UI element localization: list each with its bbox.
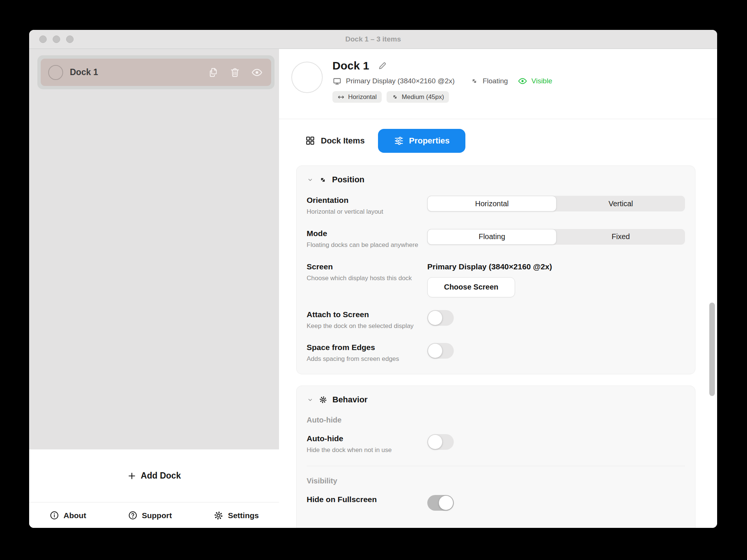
sidebar-bottom: Add Dock About xyxy=(29,449,279,528)
window-title: Dock 1 – 3 items xyxy=(345,35,401,43)
orientation-row: Orientation Horizontal or vertical layou… xyxy=(307,196,685,216)
close-button[interactable] xyxy=(39,35,47,43)
orientation-description: Horizontal or vertical layout xyxy=(307,207,419,216)
orientation-option-vertical[interactable]: Vertical xyxy=(557,196,685,211)
chevron-down-icon xyxy=(307,396,314,403)
left-right-arrow-icon xyxy=(337,93,345,101)
dock-item-label: Dock 1 xyxy=(70,67,201,77)
diagonal-arrows-icon xyxy=(391,93,399,100)
dock-list-item-selected[interactable]: Dock 1 xyxy=(41,59,271,86)
question-icon xyxy=(128,510,138,520)
orientation-segmented-control: Horizontal Vertical xyxy=(427,196,685,211)
duplicate-icon[interactable] xyxy=(208,67,219,78)
space-from-edges-description: Adds spacing from screen edges xyxy=(307,355,419,363)
mode-label: Mode xyxy=(307,229,420,238)
auto-hide-row: Auto-hide Hide the dock when not in use xyxy=(307,434,685,455)
properties-scroll-area[interactable]: Position Orientation Horizontal or verti… xyxy=(279,162,717,528)
sliders-icon xyxy=(394,136,404,146)
support-button[interactable]: Support xyxy=(125,510,174,521)
space-from-edges-row: Space from Edges Adds spacing from scree… xyxy=(307,343,685,363)
tab-properties[interactable]: Properties xyxy=(378,129,465,153)
screen-label: Screen xyxy=(307,262,420,271)
display-value: Primary Display (3840×2160 @2x) xyxy=(346,77,455,85)
desktop-background: { "window": { "title": "Dock 1 – 3 items… xyxy=(0,0,747,560)
floating-arrows-icon xyxy=(470,77,478,85)
behavior-section: Behavior Auto-hide Auto-hide Hide the do… xyxy=(296,386,695,528)
zoom-button[interactable] xyxy=(66,35,74,43)
sidebar-footer: About Support xyxy=(29,502,279,528)
add-dock-button[interactable]: Add Dock xyxy=(29,449,279,502)
auto-hide-toggle[interactable] xyxy=(427,434,454,450)
position-section-header[interactable]: Position xyxy=(307,175,685,185)
choose-screen-button[interactable]: Choose Screen xyxy=(427,277,515,297)
display-icon xyxy=(332,77,342,86)
attach-to-screen-label: Attach to Screen xyxy=(307,310,420,319)
dock-header: Dock 1 xyxy=(279,49,717,119)
eye-icon[interactable] xyxy=(251,66,263,78)
hide-on-fullscreen-label: Hide on Fullscreen xyxy=(307,495,420,504)
about-button[interactable]: About xyxy=(47,510,89,521)
space-from-edges-toggle[interactable] xyxy=(427,343,454,359)
section-divider xyxy=(307,466,685,466)
orientation-option-horizontal[interactable]: Horizontal xyxy=(427,196,557,211)
info-icon xyxy=(49,510,59,520)
auto-hide-description: Hide the dock when not in use xyxy=(307,446,419,455)
gear-icon xyxy=(213,510,224,521)
mode-option-floating[interactable]: Floating xyxy=(427,229,557,245)
behavior-section-header[interactable]: Behavior xyxy=(307,395,685,405)
chevron-down-icon xyxy=(307,176,314,183)
tab-dock-items[interactable]: Dock Items xyxy=(303,135,367,146)
view-tabs: Dock Items Properties xyxy=(279,119,717,162)
dock-avatar xyxy=(291,62,323,93)
size-badge: Medium (45px) xyxy=(387,91,449,103)
dock-color-circle xyxy=(48,65,63,80)
space-from-edges-label: Space from Edges xyxy=(307,343,420,352)
settings-button[interactable]: Settings xyxy=(211,510,261,521)
dock-meta-row: Primary Display (3840×2160 @2x) Floating xyxy=(332,76,552,86)
sidebar: Dock 1 xyxy=(29,49,279,528)
scrollbar-thumb[interactable] xyxy=(709,303,715,396)
edit-pencil-icon[interactable] xyxy=(377,61,387,71)
dock-title: Dock 1 xyxy=(332,59,369,72)
attach-to-screen-row: Attach to Screen Keep the dock on the se… xyxy=(307,310,685,331)
visibility-group-label: Visibility xyxy=(307,477,685,485)
orientation-badge: Horizontal xyxy=(332,91,382,103)
minimize-button[interactable] xyxy=(53,35,60,43)
mode-description: Floating docks can be placed anywhere xyxy=(307,241,419,250)
position-section: Position Orientation Horizontal or verti… xyxy=(296,165,695,374)
hide-on-fullscreen-toggle[interactable] xyxy=(427,495,454,511)
auto-hide-label: Auto-hide xyxy=(307,434,420,443)
orientation-label: Orientation xyxy=(307,196,420,205)
screen-row: Screen Choose which display hosts this d… xyxy=(307,262,685,297)
window-controls xyxy=(39,30,74,49)
main-panel: Dock 1 xyxy=(279,49,717,528)
badge-row: Horizontal Medium (45px) xyxy=(332,91,552,103)
mode-row: Mode Floating docks can be placed anywhe… xyxy=(307,229,685,250)
screen-value: Primary Display (3840×2160 @2x) xyxy=(427,262,685,271)
visibility-value: Visible xyxy=(531,77,552,85)
auto-hide-group-label: Auto-hide xyxy=(307,416,685,424)
app-window: Dock 1 – 3 items Dock 1 xyxy=(29,30,717,528)
position-icon xyxy=(319,176,327,184)
mode-value: Floating xyxy=(483,77,508,85)
attach-to-screen-description: Keep the dock on the selected display xyxy=(307,322,419,331)
mode-segmented-control: Floating Fixed xyxy=(427,229,685,245)
behavior-gear-icon xyxy=(319,395,328,404)
trash-icon[interactable] xyxy=(229,67,241,78)
hide-on-fullscreen-row: Hide on Fullscreen xyxy=(307,495,685,511)
screen-description: Choose which display hosts this dock xyxy=(307,274,419,283)
visible-eye-icon[interactable] xyxy=(518,76,527,86)
dock-list-container: Dock 1 xyxy=(37,55,275,89)
plus-icon xyxy=(127,471,136,480)
grid-icon xyxy=(305,136,315,146)
mode-option-fixed[interactable]: Fixed xyxy=(557,229,685,245)
attach-to-screen-toggle[interactable] xyxy=(427,310,454,326)
dock-list: Dock 1 xyxy=(29,49,279,89)
window-titlebar: Dock 1 – 3 items xyxy=(29,30,717,49)
